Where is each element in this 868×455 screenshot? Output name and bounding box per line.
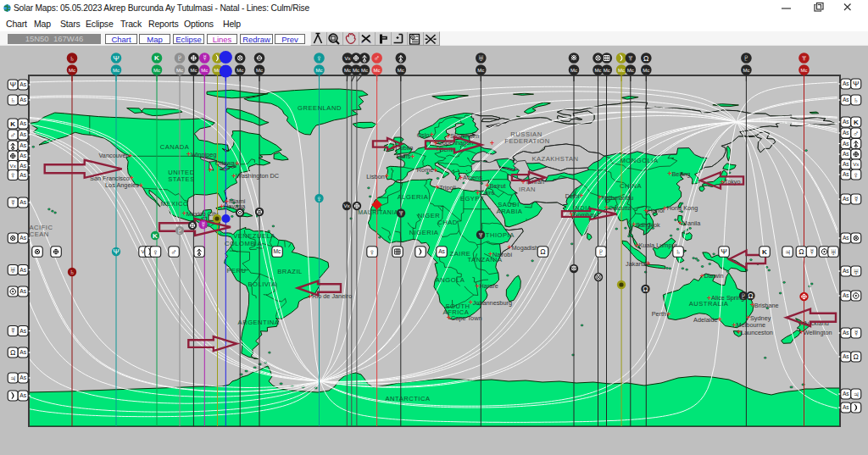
svg-text:♇: ♇ <box>176 225 183 236</box>
svg-text:Mc: Mc <box>176 68 183 73</box>
svg-text:Manila: Manila <box>682 219 701 227</box>
svg-text:BOLIVIA: BOLIVIA <box>248 280 275 288</box>
svg-text:CHINA: CHINA <box>620 182 643 190</box>
svg-text:♀: ♀ <box>316 194 323 203</box>
svg-text:Vancouver: Vancouver <box>99 152 129 159</box>
svg-text:Athens: Athens <box>463 174 482 181</box>
svg-text:Mc: Mc <box>274 248 281 254</box>
svg-text:Beirut: Beirut <box>490 182 506 190</box>
svg-text:Ω: Ω <box>798 247 804 256</box>
svg-text:Darwin: Darwin <box>704 272 724 280</box>
svg-text:As: As <box>19 97 26 103</box>
svg-text:As: As <box>19 153 26 158</box>
svg-text:Los Angeles: Los Angeles <box>105 181 139 189</box>
svg-text:+: + <box>235 159 239 168</box>
svg-text:♆: ♆ <box>398 208 404 218</box>
svg-text:♇: ♇ <box>176 53 183 63</box>
svg-text:+: + <box>139 181 143 190</box>
svg-text:As: As <box>843 268 849 274</box>
svg-text:Ω: Ω <box>10 348 15 357</box>
svg-text:As: As <box>843 235 849 241</box>
svg-text:♄: ♄ <box>69 53 75 63</box>
svg-text:As: As <box>19 235 26 241</box>
svg-text:As: As <box>19 120 26 126</box>
svg-text:Mc: Mc <box>316 68 323 73</box>
svg-text:Mc: Mc <box>361 68 368 73</box>
svg-text:As: As <box>843 330 849 336</box>
svg-text:Paris: Paris <box>397 153 411 160</box>
svg-text:TANZANIA: TANZANIA <box>468 256 503 264</box>
svg-text:ETHIOPIA: ETHIOPIA <box>481 231 515 239</box>
svg-text:♄: ♄ <box>10 95 16 104</box>
svg-text:+: + <box>666 310 670 319</box>
svg-text:Ω: Ω <box>643 54 648 63</box>
svg-text:ARABIA: ARABIA <box>497 208 523 215</box>
svg-text:ALGERIA: ALGERIA <box>398 193 429 201</box>
svg-text:As: As <box>19 172 26 178</box>
svg-text:As: As <box>843 151 849 157</box>
svg-text:☿: ☿ <box>853 328 860 338</box>
svg-text:As: As <box>843 130 849 136</box>
svg-text:As: As <box>19 288 26 294</box>
svg-text:Mc: Mc <box>743 68 749 73</box>
svg-text:Mc: Mc <box>801 68 808 73</box>
svg-text:Vx: Vx <box>344 55 351 61</box>
svg-text:As: As <box>19 267 26 273</box>
svg-text:BRAZIL: BRAZIL <box>277 268 303 275</box>
svg-text:Vx: Vx <box>853 161 860 167</box>
svg-text:Ω: Ω <box>748 291 753 300</box>
svg-text:Launceston: Launceston <box>741 329 773 336</box>
svg-text:As: As <box>843 404 849 410</box>
svg-text:♄: ♄ <box>69 267 75 276</box>
svg-text:+: + <box>410 153 415 161</box>
svg-text:+: + <box>646 259 650 268</box>
svg-text:Mc: Mc <box>256 68 263 73</box>
svg-text:Bangkok: Bangkok <box>636 221 660 229</box>
svg-text:Calcutta: Calcutta <box>609 204 632 212</box>
svg-text:Ψ: Ψ <box>9 80 16 89</box>
svg-text:Mc: Mc <box>570 68 577 73</box>
svg-text:Sydney: Sydney <box>750 314 771 322</box>
svg-text:K: K <box>154 54 159 62</box>
svg-text:♆: ♆ <box>627 53 634 63</box>
svg-text:K: K <box>762 248 767 256</box>
svg-text:ANTARCTICA: ANTARCTICA <box>386 395 431 402</box>
svg-text:As: As <box>843 161 849 167</box>
svg-text:♆: ♆ <box>477 230 484 240</box>
svg-text:♄: ♄ <box>853 95 859 104</box>
svg-text:Mc: Mc <box>374 68 381 73</box>
svg-text:Vx: Vx <box>343 203 350 208</box>
svg-text:Johannesburg: Johannesburg <box>473 299 512 307</box>
svg-text:♄: ♄ <box>675 247 681 256</box>
svg-text:As: As <box>19 142 26 148</box>
svg-text:As: As <box>19 375 26 380</box>
svg-text:Mc: Mc <box>595 68 602 73</box>
svg-text:♂: ♂ <box>853 129 860 138</box>
svg-text:Ω: Ω <box>643 285 648 293</box>
svg-text:Oslo: Oslo <box>417 131 430 139</box>
svg-text:ANGOLA: ANGOLA <box>436 276 465 284</box>
svg-text:+: + <box>579 191 583 200</box>
svg-text:☿: ☿ <box>853 194 860 204</box>
svg-text:+: + <box>385 172 389 180</box>
svg-text:Delhi: Delhi <box>565 192 580 200</box>
svg-text:☿: ☿ <box>808 247 815 257</box>
svg-text:♀: ♀ <box>853 170 860 180</box>
svg-text:Ω: Ω <box>540 247 545 256</box>
svg-text:Ψ: Ψ <box>853 80 860 88</box>
svg-text:As: As <box>19 163 26 169</box>
svg-text:☿: ☿ <box>9 197 16 208</box>
svg-text:Ottawa: Ottawa <box>215 159 236 167</box>
svg-text:Mc: Mc <box>398 68 404 73</box>
svg-text:K: K <box>854 119 859 126</box>
svg-text:Mc: Mc <box>344 68 351 73</box>
svg-text:MAURITANIA: MAURITANIA <box>358 209 398 215</box>
svg-text:As: As <box>843 391 849 397</box>
svg-text:FEDERATION: FEDERATION <box>504 137 549 145</box>
svg-text:Ψ: Ψ <box>721 247 727 256</box>
svg-text:Mc: Mc <box>190 68 197 73</box>
svg-text:As: As <box>843 119 849 125</box>
svg-text:♂: ♂ <box>170 247 177 257</box>
svg-text:As: As <box>843 292 849 298</box>
svg-text:Mc: Mc <box>153 68 160 73</box>
